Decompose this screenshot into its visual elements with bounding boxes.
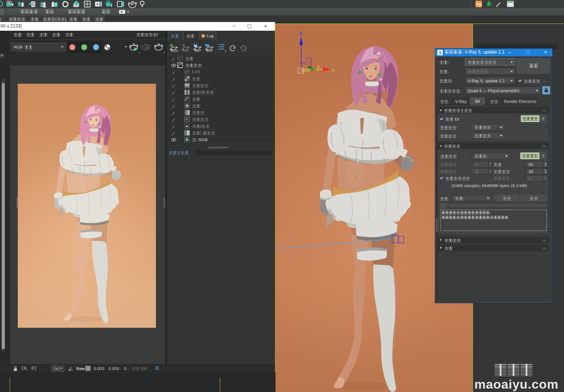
svg-text:x: x xyxy=(332,67,335,72)
svg-text:y: y xyxy=(317,64,320,68)
svg-text:Z: Z xyxy=(299,31,302,36)
svg-text:Fp: Fp xyxy=(477,2,482,6)
